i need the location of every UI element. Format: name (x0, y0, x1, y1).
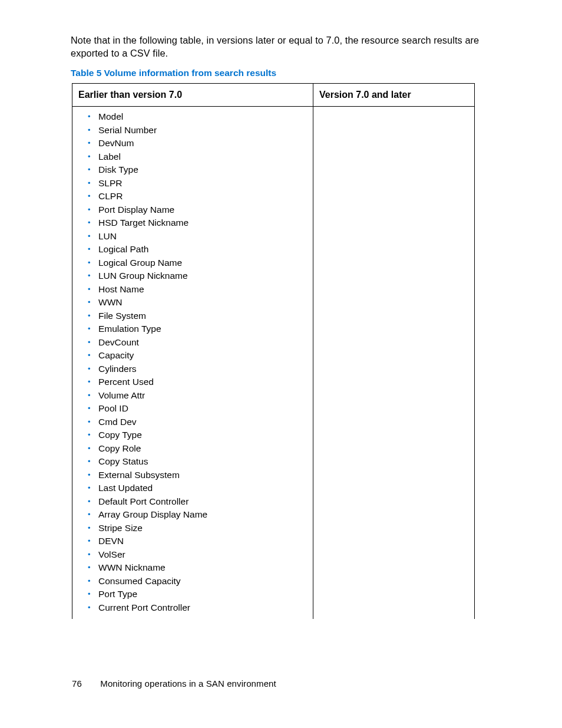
list-item: Copy Type (88, 429, 307, 442)
list-item: Stripe Size (88, 522, 307, 535)
table-header-later: Version 7.0 and later (313, 84, 475, 107)
list-item: Consumed Capacity (88, 575, 307, 588)
footer-section-title: Monitoring operations in a SAN environme… (100, 678, 276, 689)
list-item: Logical Group Name (88, 256, 307, 270)
list-item: Label (88, 150, 307, 164)
list-item: Capacity (88, 349, 307, 363)
list-item: Host Name (88, 283, 307, 297)
list-item: Volume Attr (88, 389, 307, 403)
list-item: HSD Target Nickname (88, 216, 307, 230)
list-item: Port Display Name (88, 203, 307, 217)
list-item: DevCount (88, 336, 307, 350)
list-item: VolSer (88, 548, 307, 562)
list-item: Cmd Dev (88, 416, 307, 429)
list-item: Model (88, 110, 307, 124)
list-item: Default Port Controller (88, 495, 307, 509)
list-item: File System (88, 309, 307, 323)
list-item: Current Port Controller (88, 601, 307, 615)
intro-paragraph: Note that in the following table, in ver… (71, 34, 491, 60)
earlier-items-list: ModelSerial NumberDevNumLabelDisk TypeSL… (78, 110, 307, 614)
table-header-earlier: Earlier than version 7.0 (72, 84, 313, 107)
page-footer: 76 Monitoring operations in a SAN enviro… (72, 678, 276, 689)
list-item: Emulation Type (88, 322, 307, 336)
list-item: Percent Used (88, 375, 307, 389)
list-item: Cylinders (88, 363, 307, 376)
list-item: DEVN (88, 535, 307, 548)
list-item: Array Group Display Name (88, 508, 307, 522)
list-item: LUN (88, 230, 307, 243)
volume-info-table: Earlier than version 7.0 Version 7.0 and… (72, 83, 475, 619)
list-item: LUN Group Nickname (88, 269, 307, 283)
table-cell-later (313, 107, 475, 620)
list-item: Serial Number (88, 124, 307, 137)
list-item: External Subsystem (88, 469, 307, 482)
list-item: Copy Status (88, 455, 307, 469)
list-item: WWN Nickname (88, 561, 307, 575)
list-item: Copy Role (88, 442, 307, 456)
list-item: Pool ID (88, 402, 307, 416)
list-item: DevNum (88, 137, 307, 150)
list-item: Logical Path (88, 243, 307, 256)
list-item: Disk Type (88, 163, 307, 177)
page-number: 76 (72, 678, 98, 689)
list-item: Last Updated (88, 482, 307, 495)
table-cell-earlier: ModelSerial NumberDevNumLabelDisk TypeSL… (72, 107, 313, 620)
list-item: Port Type (88, 588, 307, 601)
list-item: SLPR (88, 177, 307, 190)
table-caption: Table 5 Volume information from search r… (71, 68, 491, 78)
list-item: CLPR (88, 190, 307, 203)
list-item: WWN (88, 296, 307, 309)
